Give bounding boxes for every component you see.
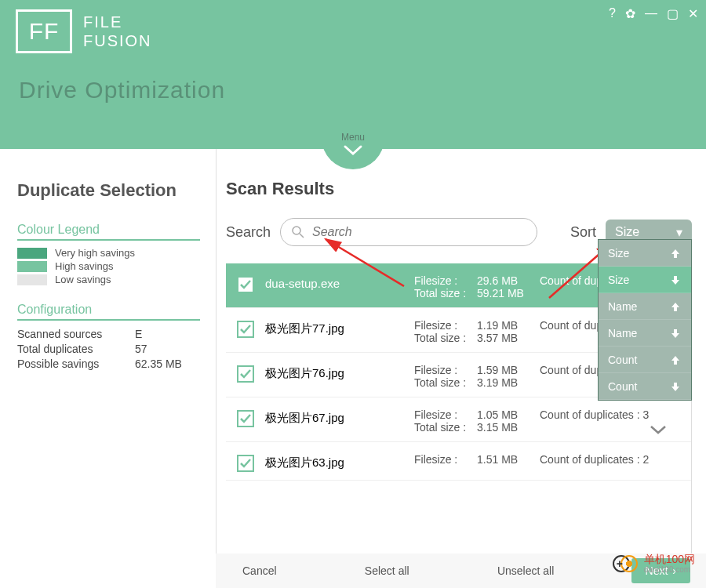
legend-label: High savings: [55, 260, 113, 272]
unselect-all-button[interactable]: Unselect all: [486, 558, 565, 583]
svg-line-2: [326, 239, 404, 286]
sort-option-size-up[interactable]: Size: [599, 240, 691, 267]
result-filename: 极光图片76.jpg: [265, 364, 414, 389]
count-label: Count of dup: [540, 319, 602, 332]
filesize-label: Filesize :: [414, 364, 477, 376]
watermark-logo-icon: +: [613, 554, 639, 573]
header: ? ✿ — ▢ ✕ FF FILE FUSION Drive Optimizat…: [0, 0, 706, 149]
sort-dropdown: SizeSizeNameNameCountCount: [598, 239, 692, 401]
result-checkbox[interactable]: [237, 276, 254, 293]
filesize-value: 29.6 MB: [477, 274, 540, 287]
arrow-down-icon: [669, 380, 682, 393]
arrow-up-icon: [669, 300, 682, 313]
filesize-value: 1.51 MB: [477, 453, 540, 466]
filesize-value: 1.19 MB: [477, 319, 540, 332]
sort-option-name-up[interactable]: Name: [599, 293, 691, 320]
sort-option-label: Name: [608, 327, 637, 339]
search-label: Search: [226, 224, 271, 241]
totalsize-label: Total size :: [414, 287, 477, 299]
legend-label: Very high savings: [55, 247, 135, 259]
config-row: Total duplicates57: [17, 343, 200, 355]
arrow-up-icon: [669, 354, 682, 366]
result-checkbox[interactable]: [237, 321, 254, 338]
gear-icon[interactable]: ✿: [625, 6, 635, 21]
sort-option-label: Size: [608, 247, 629, 260]
legend-row: Very high savings: [17, 247, 200, 259]
svg-point-0: [293, 227, 300, 234]
totalsize-label: Total size :: [414, 332, 477, 344]
select-all-button[interactable]: Select all: [354, 558, 420, 583]
chevron-down-icon[interactable]: [649, 424, 668, 435]
window-controls: ? ✿ — ▢ ✕: [609, 6, 698, 21]
sort-option-label: Size: [608, 274, 629, 286]
sidebar: Duplicate Selection Colour Legend Very h…: [0, 149, 216, 588]
result-row[interactable]: 极光图片67.jpg Filesize :1.05 MBCount of dup…: [226, 397, 691, 442]
result-checkbox[interactable]: [237, 455, 254, 472]
config-label: Total duplicates: [17, 343, 135, 355]
filesize-label: Filesize :: [414, 274, 477, 287]
sidebar-title: Duplicate Selection: [17, 180, 200, 201]
config-title: Configuration: [17, 303, 200, 321]
arrow-up-icon: [669, 247, 682, 260]
config-value: E: [135, 328, 142, 340]
config-value: 57: [135, 343, 147, 355]
result-checkbox[interactable]: [237, 365, 254, 383]
watermark-en: danji100.com: [644, 565, 695, 574]
logo-box: FF: [16, 9, 72, 53]
maximize-icon[interactable]: ▢: [667, 6, 679, 21]
legend-row: High savings: [17, 260, 200, 272]
sort-option-name-down[interactable]: Name: [599, 320, 691, 347]
config-row: Possible savings62.35 MB: [17, 358, 200, 370]
totalsize-value: 59.21 MB: [477, 287, 540, 299]
legend-swatch: [17, 274, 47, 285]
filesize-label: Filesize :: [414, 319, 477, 332]
config-label: Scanned sources: [17, 328, 135, 340]
dropdown-caret-icon: ▾: [676, 225, 682, 240]
svg-line-1: [300, 234, 304, 238]
totalsize-value: 3.19 MB: [477, 376, 540, 389]
result-filename: 极光图片63.jpg: [265, 453, 414, 472]
app-name-line1: FILE: [83, 13, 152, 31]
result-row[interactable]: 极光图片63.jpg Filesize :1.51 MBCount of dup…: [226, 442, 691, 481]
sort-option-count-up[interactable]: Count: [599, 347, 691, 373]
totalsize-value: 3.57 MB: [477, 332, 540, 344]
sort-option-count-down[interactable]: Count: [599, 373, 691, 400]
result-info: Filesize :1.51 MBCount of duplicates : 2: [414, 453, 679, 472]
arrow-down-icon: [669, 274, 682, 286]
legend-swatch: [17, 261, 47, 272]
totalsize-label: Total size :: [414, 376, 477, 389]
app-name: FILE FUSION: [83, 13, 152, 50]
watermark: + 单机100网 danji100.com: [613, 554, 695, 574]
result-info: Filesize :1.05 MBCount of duplicates : 3…: [414, 408, 679, 434]
minimize-icon[interactable]: —: [645, 6, 657, 21]
count-label: Count of dup: [540, 364, 602, 376]
sort-option-label: Count: [608, 380, 637, 393]
page-title: Drive Optimization: [0, 53, 706, 103]
filesize-label: Filesize :: [414, 453, 477, 466]
cancel-button[interactable]: Cancel: [231, 558, 288, 583]
result-checkbox[interactable]: [237, 410, 254, 427]
close-icon[interactable]: ✕: [688, 6, 698, 21]
sort-option-label: Count: [608, 354, 637, 366]
config-label: Possible savings: [17, 358, 135, 370]
content: Duplicate Selection Colour Legend Very h…: [0, 149, 706, 588]
results-title: Scan Results: [226, 179, 692, 199]
config-row: Scanned sourcesE: [17, 328, 200, 340]
logo-area: FF FILE FUSION: [0, 0, 706, 53]
menu-label: Menu: [341, 132, 365, 143]
help-icon[interactable]: ?: [609, 6, 616, 21]
totalsize-value: 3.15 MB: [477, 421, 540, 434]
count-label: Count of duplicates : 3: [540, 408, 649, 421]
legend-row: Low savings: [17, 274, 200, 285]
sort-option-size-down[interactable]: Size: [599, 267, 691, 293]
legend-title: Colour Legend: [17, 223, 200, 241]
totalsize-label: Total size :: [414, 421, 477, 434]
sort-option-label: Name: [608, 300, 637, 313]
filesize-value: 1.59 MB: [477, 364, 540, 376]
arrow-down-icon: [669, 327, 682, 339]
watermark-cn: 单机100网: [644, 554, 695, 565]
filesize-label: Filesize :: [414, 408, 477, 421]
result-filename: 极光图片77.jpg: [265, 319, 414, 344]
annotation-arrow-1: [318, 231, 412, 294]
search-icon: [292, 226, 304, 238]
